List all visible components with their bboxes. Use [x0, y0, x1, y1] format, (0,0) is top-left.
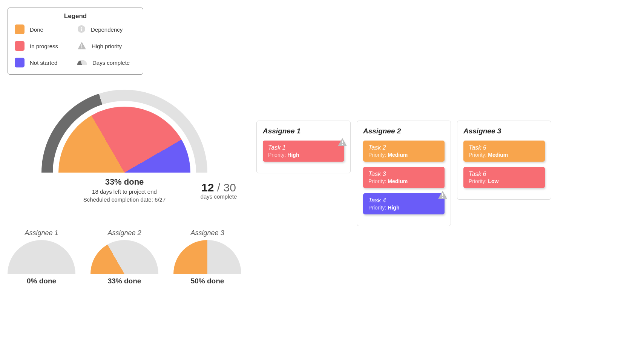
- task-card[interactable]: Task 1 Priority: High: [263, 141, 344, 162]
- dashboard: Legend Done Dependency In progress: [8, 8, 613, 285]
- swatch-inprogress-icon: [15, 41, 25, 51]
- warning-icon: [77, 41, 86, 51]
- legend-item-dayscomplete: Days complete: [77, 58, 136, 67]
- task-name: Task 1: [268, 144, 339, 151]
- days-caption: days complete: [192, 193, 245, 200]
- svg-rect-1: [81, 28, 82, 31]
- legend-item-dependency: Dependency: [77, 24, 136, 34]
- svg-rect-5: [342, 141, 343, 144]
- arc-icon: [77, 60, 87, 65]
- legend-grid: Done Dependency In progress High pr: [15, 24, 136, 67]
- task-card[interactable]: Task 6 Priority: Low: [463, 167, 545, 188]
- legend-title: Legend: [15, 12, 136, 20]
- task-priority: Priority: Medium: [469, 152, 540, 158]
- svg-point-6: [342, 144, 343, 145]
- mini-gauge-chart: [90, 240, 158, 274]
- days-left-label: 18 days left to project end: [41, 188, 207, 195]
- legend-label: High priority: [92, 43, 122, 49]
- mini-gauge-title: Assignee 1: [8, 229, 75, 237]
- warning-icon: [438, 190, 448, 201]
- percent-done-label: 33% done: [41, 177, 207, 187]
- mini-gauge-row: Assignee 1 0% done Assignee 2 33% done A…: [8, 229, 241, 285]
- legend-item-inprogress: In progress: [15, 41, 74, 51]
- scheduled-date-label: Scheduled completion date: 6/27: [41, 196, 207, 203]
- task-card[interactable]: Task 2 Priority: Medium: [363, 141, 445, 162]
- swatch-done-icon: [15, 24, 25, 34]
- assignee-card: Assignee 2 Task 2 Priority: Medium Task …: [357, 121, 451, 226]
- legend-label: In progress: [30, 43, 58, 49]
- assignee-card: Assignee 1 Task 1 Priority: High: [256, 121, 351, 173]
- mini-gauge: Assignee 3 50% done: [173, 229, 241, 285]
- warning-icon: [337, 138, 347, 148]
- task-name: Task 2: [368, 144, 439, 151]
- legend-item-highpriority: High priority: [77, 41, 136, 51]
- mini-gauge-title: Assignee 2: [90, 229, 158, 237]
- svg-rect-7: [442, 193, 443, 196]
- task-name: Task 3: [368, 171, 439, 177]
- assignee-title: Assignee 1: [263, 127, 344, 135]
- assignee-cards: Assignee 1 Task 1 Priority: High Assigne…: [256, 8, 613, 285]
- task-priority: Priority: High: [268, 152, 339, 158]
- legend-panel: Legend Done Dependency In progress: [8, 8, 143, 75]
- legend-item-notstarted: Not started: [15, 58, 74, 67]
- mini-gauge-chart: [173, 240, 241, 274]
- days-total-value: 30: [224, 181, 236, 194]
- mini-gauge-percent: 50% done: [173, 277, 241, 285]
- info-icon: [77, 25, 86, 34]
- legend-label: Done: [30, 26, 43, 33]
- task-priority: Priority: Low: [469, 178, 540, 184]
- task-name: Task 6: [469, 171, 540, 177]
- assignee-card: Assignee 3 Task 5 Priority: Medium Task …: [457, 121, 551, 200]
- mini-gauge-percent: 0% done: [8, 277, 75, 285]
- days-done-value: 12: [201, 181, 214, 194]
- task-priority: Priority: High: [368, 205, 439, 211]
- mini-gauge-title: Assignee 3: [173, 229, 241, 237]
- svg-point-2: [81, 26, 82, 28]
- task-card[interactable]: Task 3 Priority: Medium: [363, 167, 445, 188]
- task-card[interactable]: Task 5 Priority: Medium: [463, 141, 545, 162]
- legend-label: Not started: [30, 60, 57, 66]
- task-name: Task 5: [469, 144, 540, 151]
- slash: /: [214, 181, 223, 194]
- svg-rect-3: [81, 44, 82, 47]
- legend-label: Dependency: [91, 26, 123, 33]
- task-card[interactable]: Task 4 Priority: High: [363, 193, 445, 214]
- days-complete-readout: 12 / 30 days complete: [192, 181, 245, 200]
- legend-item-done: Done: [15, 24, 74, 34]
- swatch-notstarted-icon: [15, 58, 25, 67]
- mini-gauge-percent: 33% done: [90, 277, 158, 285]
- assignee-title: Assignee 3: [463, 127, 545, 135]
- svg-point-8: [442, 197, 443, 198]
- task-priority: Priority: Medium: [368, 152, 439, 158]
- task-name: Task 4: [368, 197, 439, 204]
- left-column: Legend Done Dependency In progress: [8, 8, 241, 285]
- assignee-title: Assignee 2: [363, 127, 445, 135]
- mini-gauge-chart: [8, 240, 75, 274]
- svg-point-4: [81, 47, 83, 48]
- mini-gauge: Assignee 2 33% done: [90, 229, 158, 285]
- legend-label: Days complete: [92, 60, 130, 66]
- task-priority: Priority: Medium: [368, 178, 439, 184]
- main-gauge: 12 / 30 days complete 33% done 18 days l…: [41, 90, 207, 203]
- mini-gauge: Assignee 1 0% done: [8, 229, 75, 285]
